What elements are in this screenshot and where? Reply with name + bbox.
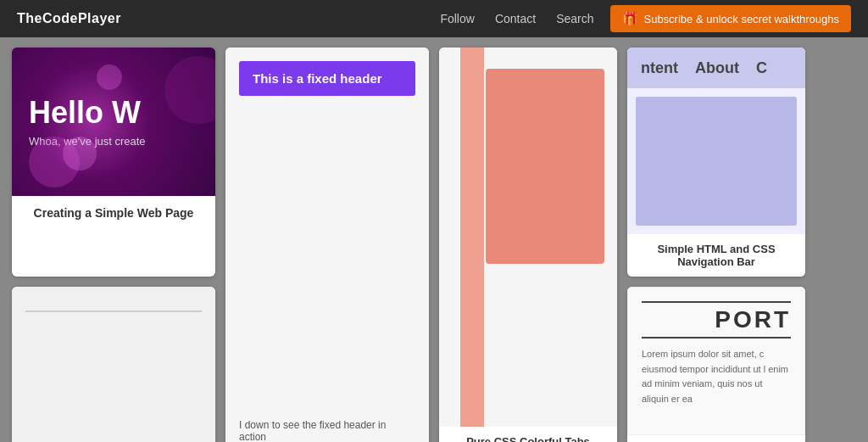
bokeh-4v2 [97, 64, 122, 90]
placeholder-line [25, 311, 202, 312]
nav-follow[interactable]: Follow [440, 12, 474, 25]
subscribe-label: Subscribe & unlock secret walkthroughs [643, 13, 839, 25]
main-layout: Hello W Whoa, we've just create Creating… [0, 37, 868, 442]
placeholder-inner [12, 287, 215, 442]
card-hello-world-v2[interactable]: Hello W Whoa, we've just create Creating… [12, 48, 215, 277]
card6-thumb-v2: PORT Lorem ipsum dolor sit amet, c eiusm… [627, 287, 805, 435]
card1-label-v2: Creating a Simple Web Page [12, 196, 215, 230]
card1-thumbnail-v2: Hello W Whoa, we've just create [12, 48, 215, 196]
card4-label-v2: Simple HTML and CSS Navigation Bar [627, 234, 805, 277]
nav-content-v2: ntent [641, 59, 678, 77]
css-tabs-thumb [439, 48, 617, 427]
card-portfolio-v2[interactable]: PORT Lorem ipsum dolor sit amet, c eiusm… [627, 287, 805, 442]
card4-content-v2 [636, 97, 797, 226]
fixed-header-body: I down to see the fixed header in action [239, 368, 415, 442]
card4-thumb-v2: ntent About C [627, 48, 805, 234]
brand-logo: TheCodePlayer [17, 11, 121, 26]
tab-stripe-left [460, 48, 484, 427]
card-css-tabs-v2[interactable]: Pure CSS Colorful Tabs [439, 48, 617, 442]
card1-inner-v2: Hello W Whoa, we've just create [12, 48, 215, 196]
bokeh-2v2 [63, 137, 97, 171]
nav-about-v2: About [695, 59, 739, 77]
port-text-v2: PORT [642, 301, 791, 338]
gift-icon: 🎁 [622, 11, 638, 26]
lorem-text-v2: Lorem ipsum dolor sit amet, c eiusmod te… [642, 347, 791, 406]
navbar: TheCodePlayer Follow Contact Search 🎁 Su… [0, 0, 868, 37]
nav-c-v2: C [756, 59, 767, 77]
bokeh-3v2 [164, 56, 215, 124]
card-nav-bar-v2[interactable]: ntent About C Simple HTML and CSS Naviga… [627, 48, 805, 277]
subscribe-button[interactable]: 🎁 Subscribe & unlock secret walkthroughs [610, 5, 851, 32]
hello-text-v2: Hello W [29, 96, 141, 130]
fixed-header-text: This is a fixed header [239, 61, 415, 96]
nav-contact[interactable]: Contact [495, 12, 536, 25]
card-placeholder-1 [12, 287, 215, 442]
css-tabs-label: Pure CSS Colorful Tabs [439, 427, 617, 442]
nav-links: Follow Contact Search [440, 12, 593, 25]
card-fixed-header-v2[interactable]: This is a fixed header I down to see the… [225, 48, 429, 442]
nav-search[interactable]: Search [556, 12, 593, 25]
card4-nav-v2: ntent About C [627, 48, 805, 88]
tab-block [486, 69, 604, 264]
card2-inner-v2: This is a fixed header I down to see the… [225, 48, 429, 442]
